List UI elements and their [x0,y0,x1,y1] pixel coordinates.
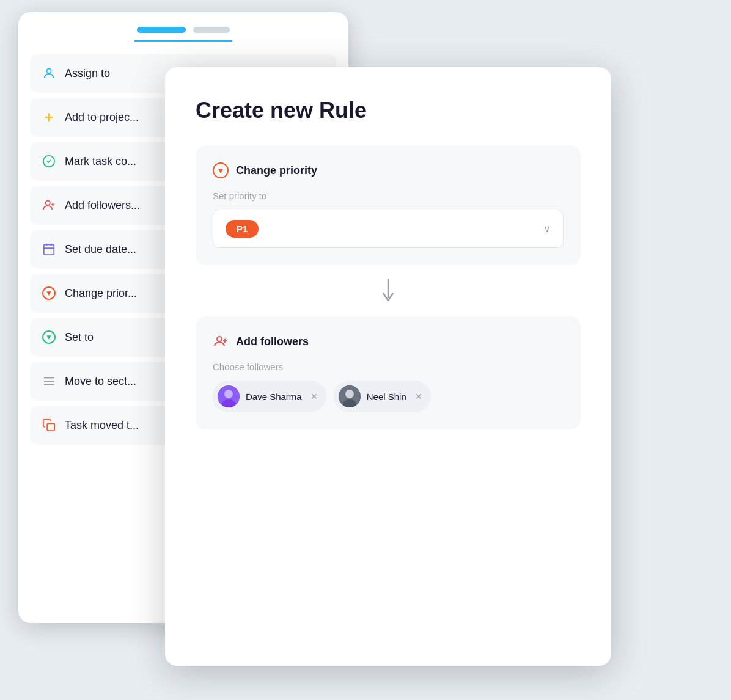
add-followers-header: Add followers [213,334,564,349]
svg-rect-14 [47,423,54,431]
list-item-label: Change prior... [65,287,137,300]
list-item-label: Set due date... [65,243,136,256]
priority-green-icon: ▼ [40,329,57,346]
remove-dave-button[interactable]: ✕ [310,392,318,401]
list-item-label: Add to projec... [65,111,139,124]
person-icon [40,65,57,82]
priority-dropdown[interactable]: P1 ∨ [213,210,564,248]
page-title: Create new Rule [196,98,581,123]
svg-point-23 [345,390,354,398]
person-plus-icon [40,197,57,214]
follower-name-dave: Dave Sharma [246,392,302,402]
list-item-label: Assign to [65,67,110,80]
followers-label: Choose followers [213,362,564,372]
priority-icon: ▼ [40,285,57,302]
svg-point-16 [217,337,222,341]
svg-point-4 [46,201,50,205]
add-followers-title: Add followers [236,335,309,348]
plus-icon [40,109,57,126]
follower-chip-neel: Neel Shin ✕ [334,381,431,412]
list-item-label: Set to [65,331,94,344]
list-item-label: Move to sect... [65,375,136,388]
calendar-icon [40,241,57,258]
remove-neel-button[interactable]: ✕ [415,392,422,401]
priority-badge: P1 [226,220,259,238]
add-followers-section: Add followers Choose followers Dave Shar… [196,316,581,429]
priority-label: Set priority to [213,191,564,201]
follower-name-neel: Neel Shin [367,392,406,402]
tab-inactive[interactable] [193,27,230,33]
avatar-neel [339,385,361,407]
menu-icon [40,373,57,390]
svg-point-20 [224,390,233,398]
change-priority-header: ▼ Change priority [213,162,564,178]
list-item-label: Task moved t... [65,419,139,432]
followers-icon [213,334,229,349]
arrow-connector [196,265,581,316]
list-item-label: Mark task co... [65,155,136,168]
priority-circle-icon: ▼ [213,162,229,178]
tab-active[interactable] [137,27,186,33]
tab-bar [18,12,348,33]
avatar-dave [218,385,240,407]
followers-chips-container: Dave Sharma ✕ Neel Shin ✕ [213,381,564,412]
copy-icon [40,417,57,434]
list-item-label: Add followers... [65,199,140,212]
chevron-down-icon: ∨ [543,223,551,235]
svg-rect-7 [44,245,54,255]
change-priority-section: ▼ Change priority Set priority to P1 ∨ [196,145,581,265]
main-card: Create new Rule ▼ Change priority Set pr… [165,67,611,666]
svg-point-0 [46,69,51,73]
follower-chip-dave: Dave Sharma ✕ [213,381,326,412]
check-circle-icon [40,153,57,170]
change-priority-title: Change priority [236,164,317,177]
